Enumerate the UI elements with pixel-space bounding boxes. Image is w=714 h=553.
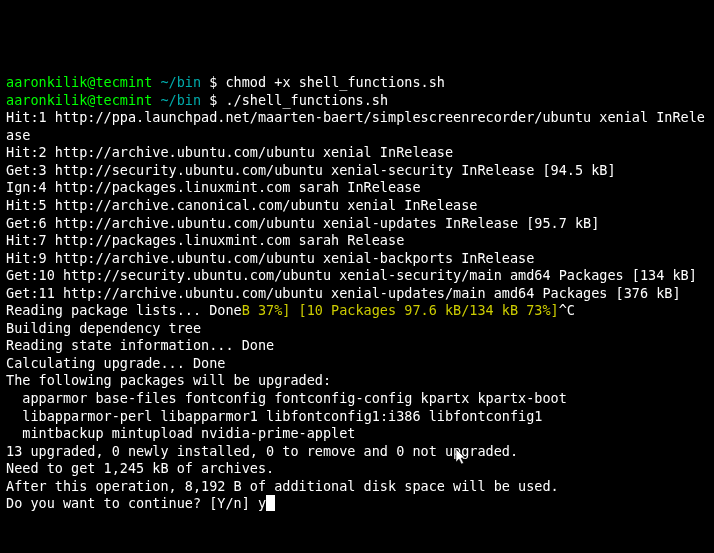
dollar: $ [201, 92, 225, 108]
output-line: libapparmor-perl libapparmor1 libfontcon… [6, 408, 542, 424]
output-line: Get:6 http://archive.ubuntu.com/ubuntu x… [6, 215, 599, 231]
dollar: $ [201, 74, 225, 90]
continue-prompt-line: Do you want to continue? [Y/n] y [6, 495, 275, 511]
output-line: Hit:9 http://archive.ubuntu.com/ubuntu x… [6, 250, 534, 266]
continue-prompt: Do you want to continue? [Y/n] [6, 495, 258, 511]
output-line: Get:10 http://security.ubuntu.com/ubuntu… [6, 267, 697, 283]
output-line: Reading state information... Done [6, 337, 274, 353]
ctrl-c: ^C [559, 302, 575, 318]
command-1: chmod +x shell_functions.sh [225, 74, 444, 90]
output-line: The following packages will be upgraded: [6, 372, 331, 388]
reading-prefix: Reading package lists... Done [6, 302, 242, 318]
output-line: Hit:1 http://ppa.launchpad.net/maarten-b… [6, 109, 705, 143]
output-line: After this operation, 8,192 B of additio… [6, 478, 559, 494]
reading-line: Reading package lists... DoneB 37%] [10 … [6, 302, 575, 318]
user-host: aaronkilik@tecmint [6, 74, 152, 90]
output-line: 13 upgraded, 0 newly installed, 0 to rem… [6, 443, 518, 459]
tilde: ~/ [152, 92, 176, 108]
prompt-line-2: aaronkilik@tecmint ~/bin $ ./shell_funct… [6, 92, 388, 108]
output-line: apparmor base-files fontconfig fontconfi… [6, 390, 567, 406]
output-line: mintbackup mintupload nvidia-prime-apple… [6, 425, 356, 441]
output-line: Calculating upgrade... Done [6, 355, 225, 371]
output-line: Ign:4 http://packages.linuxmint.com sara… [6, 179, 421, 195]
output-line: Need to get 1,245 kB of archives. [6, 460, 274, 476]
output-line: Get:3 http://security.ubuntu.com/ubuntu … [6, 162, 616, 178]
path: bin [177, 92, 201, 108]
tilde: ~/ [152, 74, 176, 90]
output-line: Get:11 http://archive.ubuntu.com/ubuntu … [6, 285, 681, 301]
path: bin [177, 74, 201, 90]
text-cursor [266, 495, 275, 511]
terminal[interactable]: aaronkilik@tecmint ~/bin $ chmod +x shel… [6, 74, 708, 513]
output-line: Hit:7 http://packages.linuxmint.com sara… [6, 232, 404, 248]
output-line: Hit:2 http://archive.ubuntu.com/ubuntu x… [6, 144, 453, 160]
output-line: Building dependency tree [6, 320, 201, 336]
prompt-line-1: aaronkilik@tecmint ~/bin $ chmod +x shel… [6, 74, 445, 90]
progress-text: B 37%] [10 Packages 97.6 kB/134 kB 73%] [242, 302, 559, 318]
output-line: Hit:5 http://archive.canonical.com/ubunt… [6, 197, 477, 213]
user-host: aaronkilik@tecmint [6, 92, 152, 108]
continue-input[interactable]: y [258, 495, 266, 511]
command-2: ./shell_functions.sh [225, 92, 388, 108]
